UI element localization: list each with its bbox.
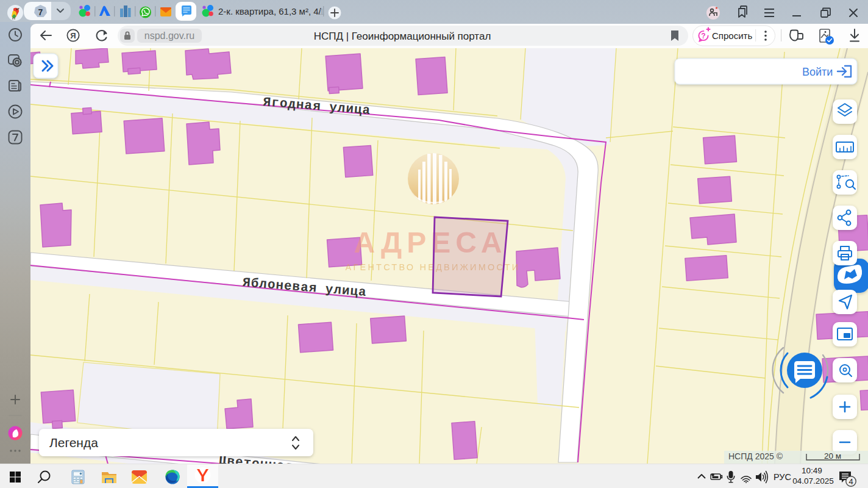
svg-text:04.07.2025: 04.07.2025 — [792, 476, 834, 486]
svg-text:4: 4 — [848, 477, 853, 486]
svg-text:Я: Я — [70, 31, 76, 40]
svg-text:Спросить: Спросить — [712, 30, 752, 41]
svg-text:?: ? — [701, 32, 705, 40]
svg-text:НСПД | Геоинформационный порта: НСПД | Геоинформационный портал — [314, 30, 491, 42]
svg-text:20 м: 20 м — [824, 451, 841, 461]
svg-text:Легенда: Легенда — [49, 436, 98, 450]
svg-text:РУС: РУС — [774, 472, 791, 482]
svg-text:2-к. квартира, 61,3 м², 4/: 2-к. квартира, 61,3 м², 4/ — [218, 6, 322, 16]
svg-text:10:49: 10:49 — [802, 466, 822, 475]
svg-text:7: 7 — [38, 7, 43, 17]
svg-text:nspd.gov.ru: nspd.gov.ru — [144, 30, 194, 41]
svg-text:Войти: Войти — [802, 66, 833, 78]
svg-text:НСПД 2025 ©: НСПД 2025 © — [728, 451, 783, 461]
